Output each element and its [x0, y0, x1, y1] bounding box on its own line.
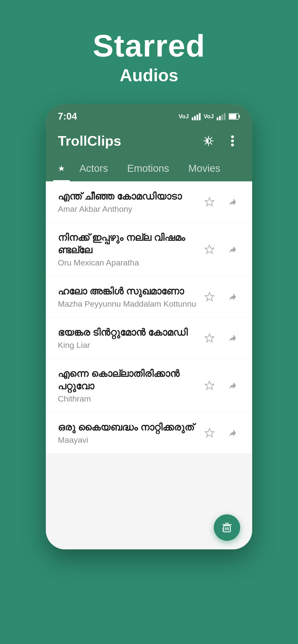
- svg-point-13: [231, 140, 234, 142]
- audio-movie: Oru Mexican Aparatha: [58, 258, 197, 268]
- svg-rect-5: [219, 116, 221, 120]
- status-time: 7:04: [58, 111, 77, 122]
- svg-rect-6: [221, 114, 223, 120]
- brightness-icon-btn[interactable]: [201, 133, 216, 148]
- svg-marker-15: [58, 166, 65, 171]
- audio-movie: Amar Akbar Anthony: [58, 204, 197, 214]
- svg-marker-21: [205, 428, 214, 437]
- share-icon: [227, 292, 238, 302]
- svg-rect-4: [217, 118, 218, 120]
- svg-point-14: [231, 144, 234, 146]
- app-bar: TrollClips: [46, 126, 252, 156]
- audio-actions: [202, 242, 240, 257]
- audio-title: നിനക്ക് ഇപ്പഴും നല്ല വിഷമം ണ്ടല്ലേ: [58, 231, 197, 256]
- audio-info: നിനക്ക് ഇപ്പഴും നല്ല വിഷമം ണ്ടല്ലേ Oru M…: [58, 231, 197, 268]
- svg-rect-3: [199, 113, 201, 120]
- star-button[interactable]: [202, 378, 217, 393]
- star-button[interactable]: [202, 289, 217, 304]
- audio-actions: [202, 194, 240, 210]
- audio-item: നിനക്ക് ഇപ്പഴും നല്ല വിഷമം ണ്ടല്ലേ Oru M…: [46, 222, 252, 276]
- svg-marker-19: [205, 334, 214, 342]
- tab-starred[interactable]: [53, 156, 70, 181]
- share-icon: [227, 380, 238, 391]
- audio-title: എന്ത് ചീഞ്ഞ കോമഡിയാടാ: [58, 190, 197, 202]
- star-button[interactable]: [202, 242, 217, 257]
- fab-delete-button[interactable]: [214, 514, 240, 541]
- audio-actions: [202, 289, 240, 304]
- audio-item: ഭയങ്കര ടിൻറ്റുമോൻ കോമഡി King Liar: [46, 318, 252, 359]
- signal-label: VoJ: [179, 113, 189, 120]
- audio-movie: Mazha Peyyunnu Maddalam Kottunnu: [58, 299, 197, 308]
- svg-marker-18: [205, 292, 214, 301]
- audio-movie: Chithram: [58, 394, 197, 404]
- share-icon: [227, 197, 238, 207]
- star-icon: [204, 333, 215, 343]
- signal1-icon: [192, 112, 201, 120]
- share-button[interactable]: [225, 242, 240, 257]
- svg-rect-0: [192, 118, 193, 120]
- star-button[interactable]: [202, 425, 217, 440]
- share-button[interactable]: [225, 194, 240, 210]
- audio-title: എന്നെ കൊല്ലാതിരിക്കാൻ പറ്റുവോ: [58, 367, 197, 392]
- svg-point-12: [231, 135, 234, 138]
- audio-info: ഭയങ്കര ടിൻറ്റുമോൻ കോമഡി King Liar: [58, 326, 197, 350]
- share-icon: [227, 244, 238, 255]
- audio-movie: Maayavi: [58, 435, 197, 445]
- tabs-bar: Actors Emotions Movies: [46, 156, 252, 181]
- brightness-icon: [202, 135, 215, 147]
- star-icon: [204, 244, 215, 255]
- audio-info: എന്നെ കൊല്ലാതിരിക്കാൻ പറ്റുവോ Chithram: [58, 367, 197, 404]
- share-icon: [227, 428, 238, 438]
- audio-item: ഒരു കൈയബദ്ധം നാറ്റിക്കരുത് Maayavi: [46, 412, 252, 454]
- audio-title: ഭയങ്കര ടിൻറ്റുമോൻ കോമഡി: [58, 326, 197, 338]
- star-icon: [204, 197, 215, 207]
- audio-item: എന്ത് ചീഞ്ഞ കോമഡിയാടാ Amar Akbar Anthony: [46, 181, 252, 222]
- audio-item: എന്നെ കൊല്ലാതിരിക്കാൻ പറ്റുവോ Chithram: [46, 359, 252, 412]
- phone-frame: 7:04 VoJ VoJ: [46, 104, 252, 549]
- more-options-icon: [231, 135, 234, 147]
- tab-movies[interactable]: Movies: [179, 156, 230, 181]
- audio-info: എന്ത് ചീഞ്ഞ കോമഡിയാടാ Amar Akbar Anthony: [58, 190, 197, 214]
- audio-actions: [202, 330, 240, 346]
- app-bar-title: TrollClips: [58, 133, 121, 149]
- delete-list-icon: [220, 521, 234, 534]
- svg-rect-2: [197, 114, 198, 120]
- share-button[interactable]: [225, 289, 240, 304]
- svg-rect-1: [194, 116, 196, 120]
- audio-title: ഹലോ അങ്കിൾ സുഖമാണോ: [58, 285, 197, 297]
- audio-item: ഹലോ അങ്കിൾ സുഖമാണോ Mazha Peyyunnu Maddal…: [46, 276, 252, 318]
- share-button[interactable]: [225, 378, 240, 393]
- battery-icon: [229, 113, 240, 120]
- share-icon: [227, 333, 238, 343]
- star-icon: [204, 428, 215, 438]
- audio-actions: [202, 425, 240, 440]
- audio-list: എന്ത് ചീഞ്ഞ കോമഡിയാടാ Amar Akbar Anthony…: [46, 181, 252, 454]
- audio-title: ഒരു കൈയബദ്ധം നാറ്റിക്കരുത്: [58, 421, 197, 434]
- star-button[interactable]: [202, 330, 217, 346]
- svg-rect-10: [239, 115, 240, 118]
- svg-rect-9: [229, 114, 236, 119]
- svg-marker-16: [205, 198, 214, 206]
- audio-info: ഒരു കൈയബദ്ധം നാറ്റിക്കരുത് Maayavi: [58, 421, 197, 445]
- page-subtitle: Audios: [93, 66, 205, 85]
- signal-label2: VoJ: [204, 113, 214, 120]
- star-button[interactable]: [202, 194, 217, 210]
- star-tab-icon: [58, 163, 65, 174]
- more-options-btn[interactable]: [225, 133, 240, 148]
- svg-marker-17: [205, 245, 214, 253]
- tab-actors[interactable]: Actors: [70, 156, 117, 181]
- signal2-icon: [217, 112, 226, 120]
- page-title: Starred: [93, 29, 205, 63]
- audio-info: ഹലോ അങ്കിൾ സുഖമാണോ Mazha Peyyunnu Maddal…: [58, 285, 197, 308]
- list-bottom-area: [46, 454, 252, 549]
- svg-rect-7: [224, 113, 226, 120]
- audio-actions: [202, 378, 240, 393]
- tab-emotions[interactable]: Emotions: [117, 156, 179, 181]
- star-icon: [204, 380, 215, 391]
- audio-movie: King Liar: [58, 340, 197, 350]
- status-icons: VoJ VoJ: [179, 112, 240, 120]
- share-button[interactable]: [225, 425, 240, 440]
- share-button[interactable]: [225, 330, 240, 346]
- status-bar: 7:04 VoJ VoJ: [46, 104, 252, 126]
- svg-marker-20: [205, 381, 214, 389]
